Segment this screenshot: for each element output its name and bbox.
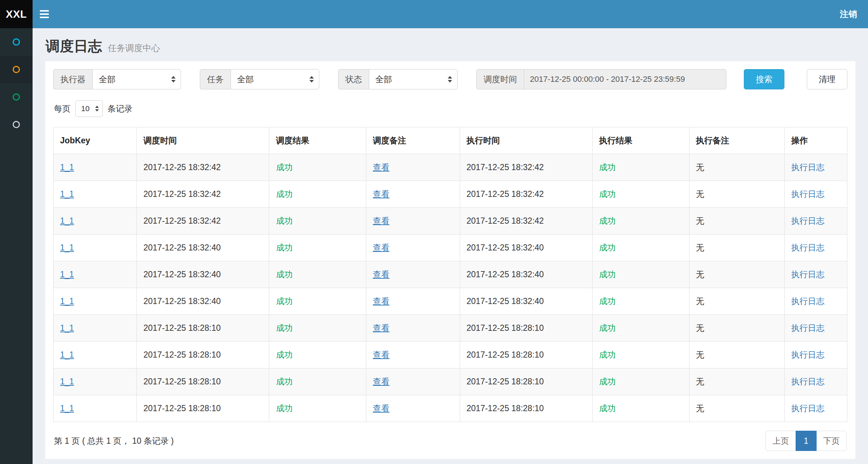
- trigger-msg-link[interactable]: 查看: [373, 189, 389, 199]
- job-key-link[interactable]: 1_1: [60, 243, 74, 252]
- handle-msg-cell: 无: [696, 377, 704, 386]
- content-header: 调度日志 任务调度中心: [45, 28, 856, 61]
- page-size-prefix: 每页: [54, 103, 71, 114]
- execution-log-link[interactable]: 执行日志: [791, 189, 825, 199]
- sidebar-item-2[interactable]: [0, 56, 33, 83]
- trigger-time-cell: 2017-12-25 18:32:40: [143, 270, 221, 279]
- executor-select[interactable]: 全部: [92, 69, 181, 89]
- table-row: 1_12017-12-25 18:32:40成功查看2017-12-25 18:…: [54, 235, 847, 261]
- handle-msg-cell: 无: [696, 243, 704, 252]
- status-filter-label: 状态: [338, 69, 369, 89]
- trigger-time-cell: 2017-12-25 18:32:42: [143, 189, 221, 199]
- job-key-link[interactable]: 1_1: [60, 296, 74, 306]
- trigger-msg-link[interactable]: 查看: [373, 296, 389, 306]
- trigger-msg-link[interactable]: 查看: [373, 377, 389, 386]
- execution-log-link[interactable]: 执行日志: [791, 404, 825, 413]
- col-handle-time: 执行时间: [460, 127, 592, 154]
- hamburger-icon: [40, 10, 49, 12]
- job-filter-label: 任务: [200, 69, 231, 89]
- trigger-msg-link[interactable]: 查看: [373, 323, 389, 333]
- trigger-result-cell: 成功: [276, 323, 292, 333]
- handle-msg-cell: 无: [696, 216, 704, 225]
- trigger-time-cell: 2017-12-25 18:28:10: [143, 404, 221, 413]
- page-1-button[interactable]: 1: [796, 431, 817, 451]
- prev-page-button[interactable]: 上页: [766, 431, 796, 451]
- trigger-time-cell: 2017-12-25 18:32:40: [143, 296, 221, 306]
- log-table: JobKey 调度时间 调度结果 调度备注 执行时间 执行结果 执行备注 操作 …: [53, 127, 847, 422]
- executor-select-value: 全部: [99, 74, 115, 85]
- job-key-link[interactable]: 1_1: [60, 377, 74, 386]
- clear-button[interactable]: 清理: [807, 69, 847, 89]
- job-key-link[interactable]: 1_1: [60, 404, 74, 413]
- log-table-wrap: JobKey 调度时间 调度结果 调度备注 执行时间 执行结果 执行备注 操作 …: [53, 127, 847, 422]
- job-key-link[interactable]: 1_1: [60, 270, 74, 279]
- execution-log-link[interactable]: 执行日志: [791, 350, 825, 359]
- col-handle-msg: 执行备注: [689, 127, 784, 154]
- top-navbar: XXL 注销: [0, 0, 868, 28]
- trigger-time-cell: 2017-12-25 18:28:10: [143, 323, 221, 333]
- logout-link[interactable]: 注销: [840, 8, 857, 20]
- sidebar-item-4[interactable]: [0, 111, 33, 138]
- trigger-time-range-input[interactable]: [524, 69, 726, 89]
- search-button[interactable]: 搜索: [744, 69, 784, 89]
- circle-icon: [13, 38, 20, 46]
- job-key-link[interactable]: 1_1: [60, 189, 74, 199]
- table-row: 1_12017-12-25 18:28:10成功查看2017-12-25 18:…: [54, 395, 847, 422]
- trigger-msg-link[interactable]: 查看: [373, 216, 389, 225]
- handle-result-cell: 成功: [599, 377, 616, 386]
- job-key-link[interactable]: 1_1: [60, 163, 74, 172]
- handle-time-cell: 2017-12-25 18:32:40: [467, 270, 544, 279]
- status-select[interactable]: 全部: [369, 69, 458, 89]
- trigger-result-cell: 成功: [276, 296, 292, 306]
- trigger-msg-link[interactable]: 查看: [373, 270, 389, 279]
- handle-time-cell: 2017-12-25 18:28:10: [467, 377, 544, 386]
- table-row: 1_12017-12-25 18:32:42成功查看2017-12-25 18:…: [54, 208, 847, 235]
- trigger-msg-link[interactable]: 查看: [373, 404, 389, 413]
- execution-log-link[interactable]: 执行日志: [791, 377, 825, 386]
- page-subtitle: 任务调度中心: [108, 42, 160, 54]
- trigger-result-cell: 成功: [276, 377, 292, 386]
- content-area: 调度日志 任务调度中心 执行器 全部 任务 全部 状态: [33, 28, 868, 464]
- table-header-row: JobKey 调度时间 调度结果 调度备注 执行时间 执行结果 执行备注 操作: [54, 127, 847, 154]
- page-size-select[interactable]: 10: [75, 100, 103, 117]
- trigger-time-cell: 2017-12-25 18:28:10: [143, 350, 221, 359]
- execution-log-link[interactable]: 执行日志: [791, 243, 825, 252]
- select-arrows-icon: [95, 106, 99, 111]
- job-select[interactable]: 全部: [231, 69, 319, 89]
- execution-log-link[interactable]: 执行日志: [791, 216, 825, 225]
- trigger-result-cell: 成功: [276, 243, 292, 252]
- execution-log-link[interactable]: 执行日志: [791, 323, 825, 333]
- col-action: 操作: [784, 127, 847, 154]
- trigger-time-filter-label: 调度时间: [476, 69, 524, 89]
- trigger-msg-link[interactable]: 查看: [373, 243, 389, 252]
- trigger-msg-link[interactable]: 查看: [373, 163, 389, 172]
- app-logo[interactable]: XXL: [0, 0, 33, 28]
- table-row: 1_12017-12-25 18:28:10成功查看2017-12-25 18:…: [54, 315, 847, 342]
- handle-time-cell: 2017-12-25 18:28:10: [467, 350, 544, 359]
- table-row: 1_12017-12-25 18:28:10成功查看2017-12-25 18:…: [54, 342, 847, 368]
- circle-icon: [13, 66, 20, 73]
- circle-icon: [13, 93, 20, 101]
- job-key-link[interactable]: 1_1: [60, 323, 74, 333]
- sidebar-item-1[interactable]: [0, 28, 33, 56]
- trigger-msg-link[interactable]: 查看: [373, 350, 389, 359]
- execution-log-link[interactable]: 执行日志: [791, 296, 825, 306]
- sidebar-toggle-button[interactable]: [33, 0, 56, 28]
- log-panel: 执行器 全部 任务 全部 状态 全部: [45, 61, 856, 459]
- job-key-link[interactable]: 1_1: [60, 350, 74, 359]
- select-arrows-icon: [309, 76, 314, 83]
- sidebar-item-3[interactable]: [0, 83, 33, 111]
- page-size-row: 每页 10 条记录: [54, 100, 847, 117]
- execution-log-link[interactable]: 执行日志: [791, 270, 825, 279]
- handle-result-cell: 成功: [599, 296, 616, 306]
- job-filter: 任务 全部: [200, 69, 319, 89]
- table-row: 1_12017-12-25 18:32:40成功查看2017-12-25 18:…: [54, 261, 847, 288]
- next-page-button[interactable]: 下页: [816, 431, 847, 451]
- job-key-link[interactable]: 1_1: [60, 216, 74, 225]
- handle-time-cell: 2017-12-25 18:28:10: [467, 323, 544, 333]
- status-select-value: 全部: [375, 74, 392, 85]
- trigger-time-cell: 2017-12-25 18:32:42: [143, 216, 221, 225]
- handle-result-cell: 成功: [599, 350, 616, 359]
- execution-log-link[interactable]: 执行日志: [791, 163, 825, 172]
- handle-time-cell: 2017-12-25 18:28:10: [467, 404, 544, 413]
